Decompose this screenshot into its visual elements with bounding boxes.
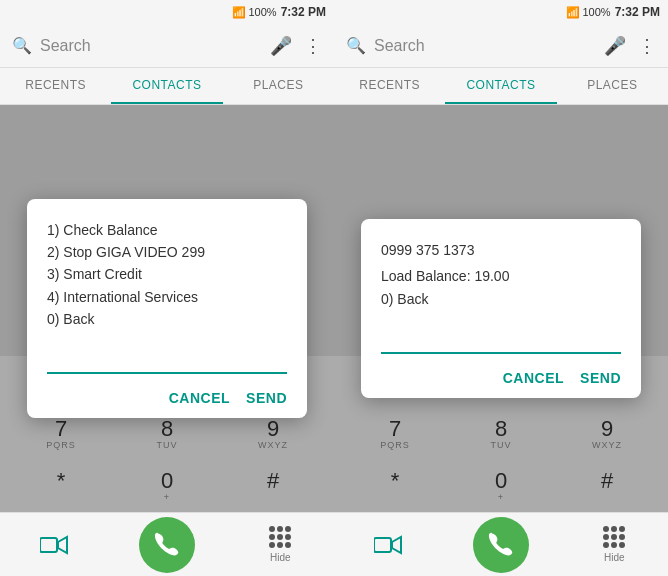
- tabs-right: RECENTS CONTACTS PLACES: [334, 68, 668, 105]
- tab-contacts-right[interactable]: CONTACTS: [445, 68, 556, 104]
- grid-icon-left: [269, 526, 291, 548]
- mic-icon-right[interactable]: 🎤: [604, 35, 626, 57]
- phone-panel-left: 📶 100% 7:32 PM 🔍 Search 🎤 ⋮ RECENTS CONT…: [0, 0, 334, 576]
- search-placeholder-right: Search: [374, 37, 596, 55]
- svg-rect-2: [374, 538, 391, 552]
- svg-marker-3: [392, 537, 401, 553]
- battery-text-left: 100%: [249, 6, 277, 18]
- bottom-bar-right: Hide: [334, 512, 668, 576]
- status-icons-left: 📶 100%: [232, 6, 277, 19]
- call-button-right[interactable]: [473, 517, 529, 573]
- dialog-left: 1) Check Balance 2) Stop GIGA VIDEO 299 …: [27, 199, 307, 419]
- dialog-input-right[interactable]: [381, 326, 621, 354]
- signal-icon-right: 📶: [566, 6, 580, 19]
- search-placeholder-left: Search: [40, 37, 262, 55]
- dialer-area-right: 0999 375 1373 Load Balance: 19.00 0) Bac…: [334, 105, 668, 512]
- tab-places-left[interactable]: PLACES: [223, 68, 334, 104]
- hide-button-right[interactable]: Hide: [592, 523, 636, 567]
- time-left: 7:32 PM: [281, 5, 326, 19]
- dialog-content-right: 0999 375 1373 Load Balance: 19.00 0) Bac…: [381, 239, 621, 310]
- more-icon-right[interactable]: ⋮: [638, 35, 656, 57]
- dialog-content-left: 1) Check Balance 2) Stop GIGA VIDEO 299 …: [47, 219, 287, 331]
- grid-icon-right: [603, 526, 625, 548]
- dialog-overlay-right: 0999 375 1373 Load Balance: 19.00 0) Bac…: [334, 105, 668, 512]
- tab-recents-left[interactable]: RECENTS: [0, 68, 111, 104]
- dialog-right: 0999 375 1373 Load Balance: 19.00 0) Bac…: [361, 219, 641, 398]
- status-bar-right: 📶 100% 7:32 PM: [334, 0, 668, 24]
- battery-text-right: 100%: [583, 6, 611, 18]
- more-icon-left[interactable]: ⋮: [304, 35, 322, 57]
- status-bar-left: 📶 100% 7:32 PM: [0, 0, 334, 24]
- tab-places-right[interactable]: PLACES: [557, 68, 668, 104]
- video-button-right[interactable]: [366, 523, 410, 567]
- dialog-send-right[interactable]: SEND: [580, 370, 621, 386]
- svg-rect-0: [40, 538, 57, 552]
- call-button-left[interactable]: [139, 517, 195, 573]
- dialog-cancel-right[interactable]: CANCEL: [503, 370, 564, 386]
- video-button-left[interactable]: [32, 523, 76, 567]
- dialog-input-left[interactable]: [47, 346, 287, 374]
- tabs-left: RECENTS CONTACTS PLACES: [0, 68, 334, 105]
- signal-icon-left: 📶: [232, 6, 246, 19]
- tab-contacts-left[interactable]: CONTACTS: [111, 68, 222, 104]
- tab-recents-right[interactable]: RECENTS: [334, 68, 445, 104]
- svg-marker-1: [58, 537, 67, 553]
- hide-label-left: Hide: [270, 552, 291, 563]
- time-right: 7:32 PM: [615, 5, 660, 19]
- dialog-send-left[interactable]: SEND: [246, 390, 287, 406]
- search-bar-left: 🔍 Search 🎤 ⋮: [0, 24, 334, 68]
- search-icon-left: 🔍: [12, 36, 32, 55]
- hide-label-right: Hide: [604, 552, 625, 563]
- search-right-icons-right: 🎤 ⋮: [604, 35, 656, 57]
- dialog-overlay-left: 1) Check Balance 2) Stop GIGA VIDEO 299 …: [0, 105, 334, 512]
- search-bar-right: 🔍 Search 🎤 ⋮: [334, 24, 668, 68]
- dialog-actions-right: CANCEL SEND: [381, 370, 621, 386]
- dialer-area-left: 1) Check Balance 2) Stop GIGA VIDEO 299 …: [0, 105, 334, 512]
- dialog-actions-left: CANCEL SEND: [47, 390, 287, 406]
- bottom-bar-left: Hide: [0, 512, 334, 576]
- search-right-icons-left: 🎤 ⋮: [270, 35, 322, 57]
- phone-panel-right: 📶 100% 7:32 PM 🔍 Search 🎤 ⋮ RECENTS CONT…: [334, 0, 668, 576]
- mic-icon-left[interactable]: 🎤: [270, 35, 292, 57]
- search-icon-right: 🔍: [346, 36, 366, 55]
- hide-button-left[interactable]: Hide: [258, 523, 302, 567]
- status-icons-right: 📶 100%: [566, 6, 611, 19]
- dialog-cancel-left[interactable]: CANCEL: [169, 390, 230, 406]
